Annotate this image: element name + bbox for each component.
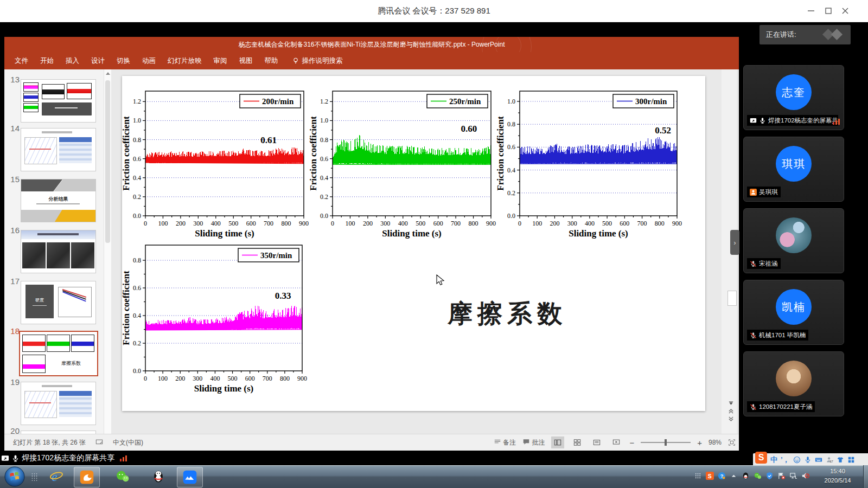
svg-text:0.0: 0.0: [507, 212, 515, 220]
maximize-icon[interactable]: [824, 6, 833, 16]
ribbon-tab-幻灯片放映[interactable]: 幻灯片放映: [162, 52, 208, 69]
avatar: 琪琪: [776, 146, 812, 182]
ribbon-tab-插入[interactable]: 插入: [60, 52, 85, 69]
zoom-slider[interactable]: [641, 442, 691, 443]
slide-thumbnail-19[interactable]: [21, 382, 96, 425]
taskbar-uc-browser-icon[interactable]: [74, 467, 100, 487]
ribbon-tab-帮助[interactable]: 帮助: [259, 52, 284, 69]
slide-sorter-view-icon[interactable]: [571, 436, 584, 448]
dots-icon[interactable]: [694, 472, 702, 482]
slideshow-view-icon[interactable]: [610, 436, 623, 448]
svg-text:1.2: 1.2: [133, 98, 141, 105]
participant-tile[interactable]: 志奎焊接1702杨志奎的屏幕共...: [743, 65, 844, 130]
svg-text:0.8: 0.8: [320, 136, 328, 144]
svg-text:Friction coefficient: Friction coefficient: [122, 271, 131, 345]
ribbon-tab-切换[interactable]: 切换: [111, 52, 136, 69]
slide-thumbnail-14[interactable]: [21, 128, 96, 171]
punctuation-icon[interactable]: ’，: [781, 455, 790, 465]
shield-icon[interactable]: [765, 472, 774, 482]
screen-share-banner: 焊接1702杨志奎的屏幕共享: [1, 452, 127, 465]
scrollbar-thumb[interactable]: [727, 291, 737, 306]
zoom-out-button[interactable]: −: [629, 438, 634, 447]
svg-text:Sliding time (s): Sliding time (s): [194, 383, 254, 394]
ribbon-tab-审阅[interactable]: 审阅: [208, 52, 233, 69]
slide-thumbnail-13[interactable]: [21, 79, 96, 123]
svg-text:0.2: 0.2: [320, 193, 328, 201]
svg-text:0.0: 0.0: [133, 367, 141, 375]
next-slide-icon[interactable]: [725, 415, 736, 422]
display-settings-icon[interactable]: [95, 439, 103, 447]
qq-safe-icon[interactable]: ?: [718, 472, 726, 482]
normal-view-icon[interactable]: [551, 436, 564, 448]
network-icon[interactable]: [789, 472, 797, 482]
participant-tile[interactable]: 琪琪吴琪琪: [743, 137, 844, 202]
start-button[interactable]: [3, 465, 26, 488]
slide-caption: 摩擦系数: [434, 297, 580, 331]
mic-icon[interactable]: [804, 456, 812, 464]
ribbon-tab-文件[interactable]: 文件: [9, 52, 34, 69]
svg-text:1.2: 1.2: [320, 98, 328, 105]
slide-thumbnail-15[interactable]: 分析结果: [21, 179, 96, 222]
tell-me-search[interactable]: 操作说明搜索: [292, 56, 343, 66]
taskbar-tencent-meeting-icon[interactable]: [177, 467, 203, 487]
svg-text:Friction coefficient: Friction coefficient: [496, 116, 506, 191]
chinese-mode-icon[interactable]: 中: [770, 455, 777, 465]
hidden-icons-icon[interactable]: [730, 472, 738, 482]
ribbon-tab-视图[interactable]: 视图: [233, 52, 259, 69]
svg-text:800: 800: [282, 220, 291, 227]
ribbon-tab-开始[interactable]: 开始: [34, 52, 60, 69]
taskbar-qq-icon[interactable]: [148, 467, 169, 486]
taskbar-ie-icon[interactable]: e: [46, 467, 67, 486]
taskbar-wechat-icon[interactable]: [112, 467, 133, 486]
signal-bars-icon: [833, 119, 840, 125]
clock-date: 2020/5/14: [813, 476, 863, 485]
volume-muted-icon[interactable]: [801, 472, 809, 482]
svg-text:900: 900: [672, 220, 682, 227]
toolbox-icon[interactable]: [847, 456, 855, 464]
pin-grid-icon[interactable]: [28, 467, 40, 486]
svg-text:0.52: 0.52: [655, 125, 671, 136]
slide-thumbnail-17[interactable]: 硬度: [21, 281, 96, 324]
ribbon-tab-设计[interactable]: 设计: [85, 52, 111, 69]
svg-text:200: 200: [550, 220, 559, 227]
emoji-icon[interactable]: [793, 456, 801, 464]
meeting-titlebar: 腾讯会议 会议号：237 529 891: [0, 0, 868, 22]
scroll-menu-icon[interactable]: [725, 399, 736, 406]
skin-icon[interactable]: 17: [826, 456, 833, 464]
zoom-slider-thumb[interactable]: [665, 439, 667, 446]
close-icon[interactable]: [840, 6, 850, 16]
svg-text:0.4: 0.4: [133, 174, 141, 182]
flag-icon[interactable]: [777, 472, 786, 482]
slide-thumbnail-18[interactable]: 摩擦系数: [19, 331, 98, 376]
svg-text:100: 100: [158, 220, 168, 227]
reading-view-icon[interactable]: [590, 436, 603, 448]
qq-mini-icon[interactable]: [742, 472, 750, 482]
wechat-mini-icon[interactable]: [754, 472, 762, 482]
scroll-up-icon[interactable]: [106, 72, 110, 75]
participant-tile[interactable]: 凯楠机械1701 毕凯楠: [743, 280, 844, 345]
fit-to-window-icon[interactable]: [728, 439, 736, 447]
svg-text:0.6: 0.6: [133, 284, 141, 292]
slide-counter[interactable]: 幻灯片 第 18 张, 共 26 张: [13, 438, 86, 447]
taskbar-clock[interactable]: 15:40 2020/5/14: [813, 467, 863, 485]
slide-thumbnail-16[interactable]: [21, 230, 96, 273]
sogou-icon[interactable]: S: [706, 472, 714, 482]
language-button[interactable]: 中文(中国): [113, 438, 143, 447]
thumbnail-number-16: 16: [5, 226, 20, 235]
participant-tile[interactable]: 1208170221夏子涵: [743, 351, 844, 416]
participant-tile[interactable]: 宋祖涵: [743, 208, 844, 273]
thumbnail-scrollbar[interactable]: [104, 69, 112, 434]
svg-text:300: 300: [380, 220, 390, 227]
zoom-percent[interactable]: 98%: [709, 439, 722, 446]
keyboard-icon[interactable]: [815, 456, 822, 464]
previous-slide-icon[interactable]: [725, 408, 736, 415]
minimize-icon[interactable]: [806, 6, 816, 16]
sogou-s-icon[interactable]: S: [755, 452, 767, 464]
notes-button[interactable]: 备注: [494, 438, 516, 447]
show-desktop-button[interactable]: [863, 465, 868, 488]
ribbon-tab-动画[interactable]: 动画: [136, 52, 162, 69]
comments-button[interactable]: 批注: [522, 438, 545, 447]
zoom-in-button[interactable]: +: [697, 438, 702, 447]
shirt-icon[interactable]: [837, 456, 844, 464]
sidebar-collapse-handle[interactable]: ›: [730, 230, 739, 255]
